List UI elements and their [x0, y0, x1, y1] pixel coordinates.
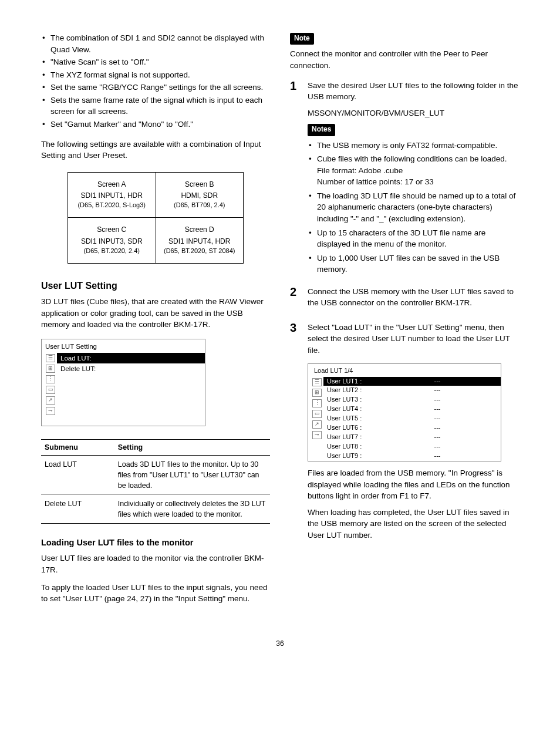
- lut-row[interactable]: User LUT8 : ---: [323, 442, 501, 452]
- lut-row[interactable]: User LUT4 : ---: [323, 405, 501, 414]
- lut-value: ---: [377, 414, 497, 423]
- step-number: 2: [290, 286, 299, 314]
- lut-row[interactable]: User LUT7 : ---: [323, 433, 501, 442]
- lut-row[interactable]: User LUT3 : ---: [323, 395, 501, 405]
- lut-value: ---: [377, 377, 497, 386]
- lut-value: ---: [377, 452, 497, 461]
- bullet-item: Set the same "RGB/YCC Range" settings fo…: [41, 82, 270, 93]
- menu-icon: ▭: [312, 410, 322, 418]
- step3-p2: Files are loaded from the USB memory. "I…: [308, 467, 519, 502]
- lut-row[interactable]: User LUT9 : ---: [323, 452, 501, 461]
- lut-label: User LUT9 :: [327, 452, 377, 461]
- lut-label: User LUT8 :: [327, 442, 377, 452]
- step1-notes: The USB memory is only FAT32 format-comp…: [308, 140, 519, 275]
- lut-label: User LUT1 :: [327, 377, 377, 386]
- lut-row[interactable]: User LUT2 : ---: [323, 386, 501, 395]
- submenu-val: Individually or collectively deletes the…: [114, 495, 270, 524]
- lut-label: User LUT3 :: [327, 395, 377, 405]
- screen-c-cell: Screen C SDI1 INPUT3, SDR (D65, BT.2020,…: [68, 218, 156, 264]
- step3-p3: When loading has completed, the User LUT…: [308, 507, 519, 541]
- loading-p1: User LUT files are loaded to the monitor…: [41, 552, 270, 575]
- quad-view-table: Screen A SDI1 INPUT1, HDR (D65, BT.2020,…: [68, 172, 244, 264]
- lut-row[interactable]: User LUT5 : ---: [323, 414, 501, 423]
- menu-icon: ▭: [46, 386, 55, 394]
- left-column: The combination of SDI 1 and SDI2 cannot…: [41, 32, 270, 611]
- screen-title: Screen B: [161, 180, 239, 190]
- loading-p2: To apply the loaded User LUT files to th…: [41, 582, 270, 605]
- step-2: 2 Connect the USB memory with the User L…: [290, 286, 519, 314]
- submenu-val: Loads 3D LUT files to the monitor. Up to…: [114, 455, 270, 494]
- lut-menu-title: Load LUT 1/4: [308, 364, 501, 377]
- lut-label: User LUT6 :: [327, 423, 377, 433]
- submenu-header: Setting: [114, 439, 270, 455]
- user-lut-desc: 3D LUT files (Cube files), that are crea…: [41, 296, 270, 331]
- lut-label: User LUT7 :: [327, 433, 377, 442]
- menu-icon: ☰: [46, 354, 55, 362]
- note-item: Up to 1,000 User LUT files can be saved …: [308, 252, 519, 275]
- lut-value: ---: [377, 433, 497, 442]
- screen-b-cell: Screen B HDMI, SDR (D65, BT709, 2.4): [156, 172, 244, 218]
- bullet-item: Set "Gamut Marker" and "Mono" to "Off.": [41, 119, 270, 130]
- screen-signal: SDI1 INPUT3, SDR: [73, 237, 151, 247]
- menu-icon: ⊞: [46, 365, 55, 373]
- lut-value: ---: [377, 423, 497, 433]
- step3-p1: Select "Load LUT" in the "User LUT Setti…: [308, 322, 519, 356]
- step1-path: MSSONY/MONITOR/BVM/USER_LUT: [308, 107, 519, 119]
- bullet-item: Sets the same frame rate of the signal w…: [41, 95, 270, 117]
- step-number: 3: [290, 322, 299, 545]
- screen-title: Screen C: [73, 225, 151, 235]
- screen-spec: (D65, BT.2020, ST 2084): [161, 247, 239, 256]
- menu-title: User LUT Setting: [42, 339, 205, 353]
- screen-signal: SDI1 INPUT1, HDR: [73, 191, 151, 201]
- note-item: The loading 3D LUT file should be named …: [308, 190, 519, 225]
- menu-icon: ⊸: [46, 407, 55, 415]
- step-1: 1 Save the desired User LUT files to the…: [290, 80, 519, 278]
- menu-sidebar-icons: ☰ ⊞ ⋮ ▭ ↗ ⊸: [42, 353, 57, 426]
- screen-title: Screen D: [161, 225, 239, 235]
- menu-icon: ↗: [46, 396, 55, 405]
- submenu-key: Load LUT: [41, 455, 114, 494]
- bullet-item: The combination of SDI 1 and SDI2 cannot…: [41, 32, 270, 55]
- intro-bullets: The combination of SDI 1 and SDI2 cannot…: [41, 32, 270, 130]
- menu-icon: ⊸: [312, 431, 322, 439]
- intro-para: The following settings are available wit…: [41, 139, 270, 161]
- menu-icon: ⋮: [46, 375, 55, 383]
- screen-title: Screen A: [73, 180, 151, 190]
- menu-item-load-lut[interactable]: Load LUT:: [57, 353, 205, 364]
- user-lut-heading: User LUT Setting: [41, 279, 270, 292]
- lut-label: User LUT2 :: [327, 386, 377, 395]
- note-chip: Note: [290, 33, 314, 45]
- page-number: 36: [41, 639, 519, 649]
- lut-row[interactable]: User LUT6 : ---: [323, 423, 501, 433]
- note-item: Cube files with the following conditions…: [308, 153, 519, 188]
- step2-p1: Connect the USB memory with the User LUT…: [308, 286, 519, 309]
- screen-a-cell: Screen A SDI1 INPUT1, HDR (D65, BT.2020,…: [68, 172, 156, 218]
- step-3: 3 Select "Load LUT" in the "User LUT Set…: [290, 322, 519, 545]
- screen-spec: (D65, BT709, 2.4): [161, 201, 239, 210]
- note-item: Up to 15 characters of the 3D LUT file n…: [308, 227, 519, 250]
- submenu-key: Delete LUT: [41, 495, 114, 524]
- screen-spec: (D65, BT.2020, S-Log3): [73, 201, 151, 210]
- screen-d-cell: Screen D SDI1 INPUT4, HDR (D65, BT.2020,…: [156, 218, 244, 264]
- lut-row[interactable]: User LUT1 : ---: [323, 377, 501, 386]
- menu-sidebar-icons: ☰ ⊞ ⋮ ▭ ↗ ⊸: [308, 377, 323, 461]
- lut-value: ---: [377, 386, 497, 395]
- menu-icon: ⊞: [312, 389, 322, 397]
- lut-value: ---: [377, 442, 497, 452]
- step1-p1: Save the desired User LUT files to the f…: [308, 80, 519, 103]
- note-text: Connect the monitor and controller with …: [290, 48, 519, 71]
- notes-chip: Notes: [308, 124, 335, 136]
- screen-signal: SDI1 INPUT4, HDR: [161, 237, 239, 247]
- step-number: 1: [290, 80, 299, 278]
- submenu-table: Submenu Setting Load LUT Loads 3D LUT fi…: [41, 439, 270, 524]
- note-item: The USB memory is only FAT32 format-comp…: [308, 140, 519, 151]
- screen-signal: HDMI, SDR: [161, 191, 239, 201]
- bullet-item: The XYZ format signal is not supported.: [41, 69, 270, 81]
- menu-icon: ↗: [312, 420, 322, 429]
- menu-icon: ⋮: [312, 399, 322, 407]
- screen-spec: (D65, BT.2020, 2.4): [73, 247, 151, 256]
- submenu-header: Submenu: [41, 439, 114, 455]
- menu-icon: ☰: [312, 378, 322, 386]
- menu-item-delete-lut[interactable]: Delete LUT:: [57, 363, 205, 375]
- bullet-item: "Native Scan" is set to "Off.": [41, 56, 270, 68]
